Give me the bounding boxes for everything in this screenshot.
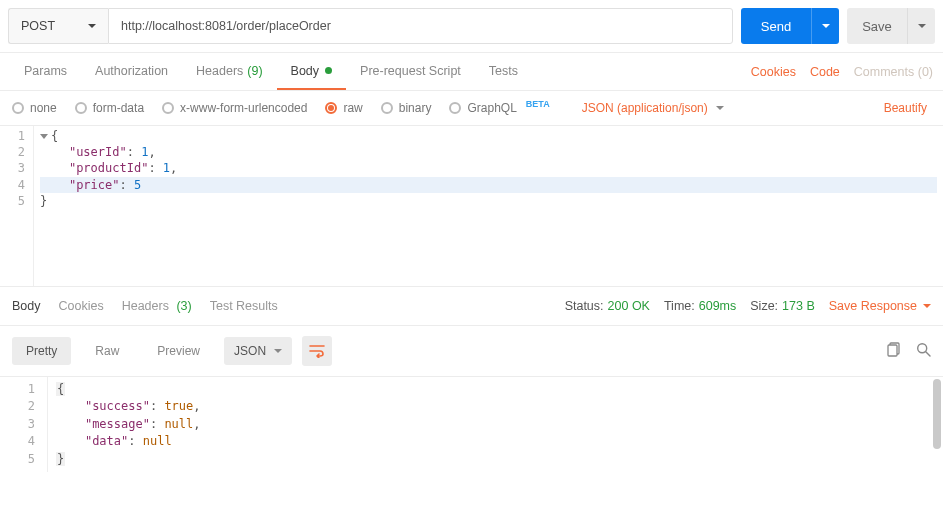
- response-body-viewer[interactable]: 1 2 3 4 5 { "success": true, "message": …: [0, 377, 943, 472]
- caret-down-icon: [918, 24, 926, 28]
- code-body: { "userId": 1, "productId": 1, "price": …: [34, 126, 943, 286]
- copy-icon[interactable]: [887, 342, 902, 360]
- response-tab-testresults[interactable]: Test Results: [210, 299, 278, 313]
- response-tab-headers-label: Headers: [122, 299, 169, 313]
- fold-icon[interactable]: [40, 134, 48, 139]
- svg-line-3: [926, 352, 931, 357]
- tab-body-label: Body: [291, 64, 320, 78]
- request-body-editor[interactable]: 1 2 3 4 5 { "userId": 1, "productId": 1,…: [0, 126, 943, 286]
- body-modified-dot-icon: [325, 67, 332, 74]
- body-mode-binary-label: binary: [399, 101, 432, 115]
- body-mode-formdata[interactable]: form-data: [75, 101, 144, 115]
- body-mode-raw-label: raw: [343, 101, 362, 115]
- tab-prerequest[interactable]: Pre-request Script: [346, 53, 475, 90]
- headers-count: (9): [247, 64, 262, 78]
- body-mode-urlencoded-label: x-www-form-urlencoded: [180, 101, 307, 115]
- size-meta: Size:173 B: [750, 299, 814, 313]
- response-tab-body[interactable]: Body: [12, 299, 41, 313]
- body-mode-urlencoded[interactable]: x-www-form-urlencoded: [162, 101, 307, 115]
- body-mode-graphql[interactable]: GraphQL BETA: [449, 101, 549, 115]
- content-type-select[interactable]: JSON (application/json): [582, 101, 724, 115]
- tab-headers-label: Headers: [196, 64, 243, 78]
- save-response-button[interactable]: Save Response: [829, 299, 931, 313]
- http-method-label: POST: [21, 19, 55, 33]
- radio-icon: [449, 102, 461, 114]
- wrap-lines-button[interactable]: [302, 336, 332, 366]
- tab-headers[interactable]: Headers (9): [182, 53, 277, 90]
- caret-down-icon: [716, 106, 724, 110]
- radio-icon: [325, 102, 337, 114]
- svg-rect-1: [888, 345, 897, 356]
- beta-badge: BETA: [526, 99, 550, 109]
- body-mode-raw[interactable]: raw: [325, 101, 362, 115]
- radio-icon: [381, 102, 393, 114]
- view-raw-button[interactable]: Raw: [81, 337, 133, 365]
- save-response-label: Save Response: [829, 299, 917, 313]
- view-preview-button[interactable]: Preview: [143, 337, 214, 365]
- response-code-body: { "success": true, "message": null, "dat…: [48, 377, 943, 472]
- time-meta: Time:609ms: [664, 299, 736, 313]
- search-icon[interactable]: [916, 342, 931, 360]
- link-code[interactable]: Code: [810, 65, 840, 79]
- tab-tests[interactable]: Tests: [475, 53, 532, 90]
- wrap-icon: [309, 344, 325, 358]
- tab-body[interactable]: Body: [277, 53, 347, 90]
- response-headers-count: (3): [176, 299, 191, 313]
- link-comments[interactable]: Comments (0): [854, 65, 933, 79]
- link-cookies[interactable]: Cookies: [751, 65, 796, 79]
- status-meta: Status:200 OK: [565, 299, 650, 313]
- url-input[interactable]: [108, 8, 733, 44]
- body-mode-none[interactable]: none: [12, 101, 57, 115]
- radio-icon: [12, 102, 24, 114]
- view-pretty-button[interactable]: Pretty: [12, 337, 71, 365]
- caret-down-icon: [822, 24, 830, 28]
- save-button[interactable]: Save: [847, 8, 907, 44]
- content-type-label: JSON (application/json): [582, 101, 708, 115]
- send-button[interactable]: Send: [741, 8, 811, 44]
- body-mode-binary[interactable]: binary: [381, 101, 432, 115]
- caret-down-icon: [274, 349, 282, 353]
- body-mode-graphql-label: GraphQL: [467, 101, 516, 115]
- response-gutter: 1 2 3 4 5: [0, 377, 48, 472]
- scrollbar[interactable]: [933, 379, 941, 449]
- radio-icon: [162, 102, 174, 114]
- tab-params[interactable]: Params: [10, 53, 81, 90]
- tab-authorization[interactable]: Authorization: [81, 53, 182, 90]
- radio-icon: [75, 102, 87, 114]
- send-dropdown-button[interactable]: [811, 8, 839, 44]
- response-tab-headers[interactable]: Headers (3): [122, 299, 192, 313]
- http-method-select[interactable]: POST: [8, 8, 108, 44]
- caret-down-icon: [88, 24, 96, 28]
- response-format-select[interactable]: JSON: [224, 337, 292, 365]
- save-dropdown-button[interactable]: [907, 8, 935, 44]
- caret-down-icon: [923, 304, 931, 308]
- body-mode-formdata-label: form-data: [93, 101, 144, 115]
- body-mode-none-label: none: [30, 101, 57, 115]
- response-format-label: JSON: [234, 344, 266, 358]
- response-tab-cookies[interactable]: Cookies: [59, 299, 104, 313]
- beautify-button[interactable]: Beautify: [884, 101, 931, 115]
- line-gutter: 1 2 3 4 5: [0, 126, 34, 286]
